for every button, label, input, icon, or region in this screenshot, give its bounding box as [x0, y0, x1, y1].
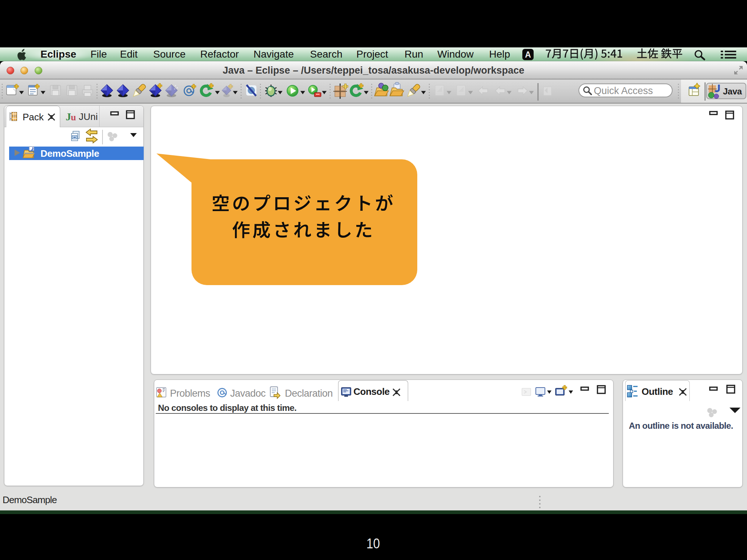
svg-text:J: J	[66, 110, 71, 122]
svg-text:u: u	[71, 112, 76, 122]
